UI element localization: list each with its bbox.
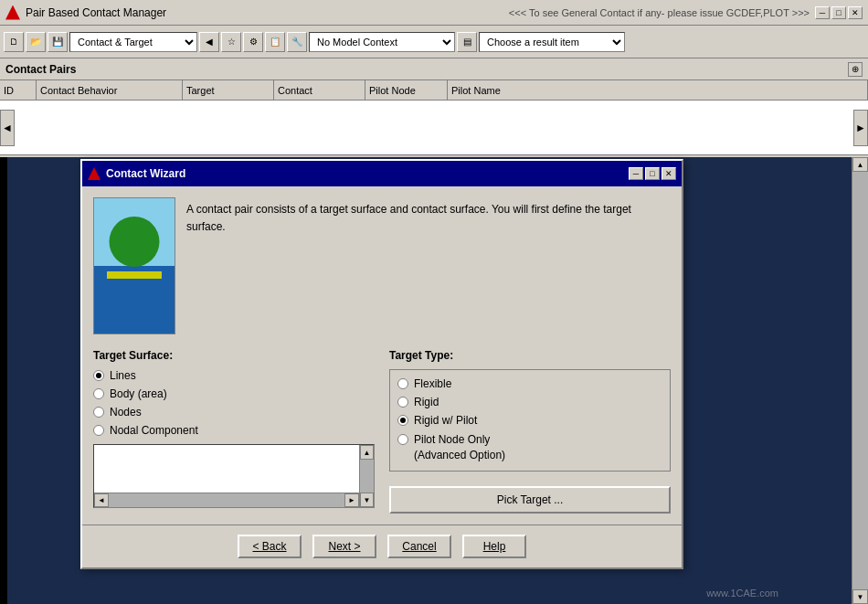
model-context-dropdown[interactable]: No Model Context [309, 32, 455, 52]
col-target: Target [183, 80, 274, 100]
bottom-watermark: www.1CAE.com [706, 588, 778, 599]
radio-flexible[interactable] [397, 378, 408, 389]
listbox-h-track [109, 493, 344, 507]
option-lines-label: Lines [110, 369, 136, 382]
radio-nodal-component[interactable] [93, 425, 104, 436]
target-type-group: Flexible Rigid Rigid w/ Pilot [389, 369, 671, 472]
dialog-top-section: A contact pair consists of a target surf… [93, 197, 671, 334]
maximize-button[interactable]: □ [831, 6, 846, 19]
contact-target-dropdown[interactable]: Contact & Target [69, 32, 197, 52]
target-surface-title: Target Surface: [93, 349, 375, 362]
option-nodal-component[interactable]: Nodal Component [93, 424, 375, 437]
toolbar-btn-4[interactable]: 📋 [265, 32, 285, 52]
scroll-left-arrow[interactable]: ◄ [0, 110, 15, 146]
listbox-scrollbar-h: ◄ ► [94, 493, 359, 507]
contact-pairs-title: Contact Pairs [5, 63, 76, 76]
col-id: ID [0, 80, 37, 100]
help-label: Help [483, 540, 506, 553]
dialog-buttons: < Back Next > Cancel Help [82, 525, 682, 567]
dialog-title-content: Contact Wizard [88, 167, 185, 180]
help-button[interactable]: Help [462, 535, 526, 558]
option-pilot-node-only[interactable]: Pilot Node Only(Advanced Option) [397, 432, 662, 463]
toolbar-btn-1[interactable]: ◀ [199, 32, 219, 52]
radio-nodes[interactable] [93, 407, 104, 418]
col-pilot-name: Pilot Name [448, 80, 868, 100]
col-behavior: Contact Behavior [37, 80, 183, 100]
scroll-right-arrow[interactable]: ► [853, 110, 868, 146]
target-surface-options: Lines Body (area) Nodes Nodal Compo [93, 369, 375, 437]
target-type-col: Target Type: Flexible Rigid [389, 349, 671, 514]
option-nodes-label: Nodes [110, 406, 142, 419]
dialog-window-controls: ─ □ ✕ [629, 167, 676, 180]
radio-lines[interactable] [93, 370, 104, 381]
dialog-image [93, 197, 175, 334]
listbox-track [360, 460, 374, 493]
radio-rigid-pilot[interactable] [397, 415, 408, 426]
option-pilot-node-only-label: Pilot Node Only(Advanced Option) [414, 432, 505, 463]
pick-target-button[interactable]: Pick Target ... [389, 486, 671, 514]
collapse-button[interactable]: ⊕ [848, 62, 863, 77]
app-icon [5, 5, 20, 20]
scroll-down-btn[interactable]: ▼ [852, 589, 868, 604]
toolbar-btn-2[interactable]: ☆ [221, 32, 241, 52]
option-rigid-pilot-label: Rigid w/ Pilot [414, 414, 477, 427]
option-nodes[interactable]: Nodes [93, 406, 375, 419]
title-bar: Pair Based Contact Manager <<< To see Ge… [0, 0, 868, 26]
toolbar-btn-5[interactable]: 🔧 [287, 32, 307, 52]
title-bar-text: Pair Based Contact Manager [26, 6, 503, 19]
dialog-icon [88, 167, 101, 180]
radio-body-area[interactable] [93, 388, 104, 399]
dialog-description: A contact pair consists of a target surf… [186, 197, 671, 334]
window-controls: ─ □ ✕ [815, 6, 863, 19]
save-btn[interactable]: 💾 [48, 32, 68, 52]
target-type-options: Flexible Rigid Rigid w/ Pilot [397, 377, 662, 463]
option-flexible[interactable]: Flexible [397, 377, 662, 390]
option-rigid-label: Rigid [414, 396, 439, 408]
open-btn[interactable]: 📂 [26, 32, 46, 52]
dialog-minimize-btn[interactable]: ─ [629, 167, 643, 180]
minimize-button[interactable]: ─ [815, 6, 830, 19]
back-label: < Back [252, 540, 286, 553]
option-body-area[interactable]: Body (area) [93, 387, 375, 400]
listbox-scroll-left[interactable]: ◄ [94, 493, 109, 507]
next-button[interactable]: Next > [312, 535, 376, 558]
col-contact: Contact [274, 80, 365, 100]
radio-pilot-node-only[interactable] [397, 434, 408, 445]
dialog-title-bar: Contact Wizard ─ □ ✕ [82, 161, 682, 186]
left-panel [0, 157, 7, 604]
dialog-close-btn[interactable]: ✕ [662, 167, 676, 180]
dialog-title: Contact Wizard [106, 167, 185, 180]
table-area: ◄ ► [0, 101, 868, 155]
table-header: ID Contact Behavior Target Contact Pilot… [0, 80, 868, 101]
target-type-title: Target Type: [389, 349, 671, 362]
option-flexible-label: Flexible [414, 377, 451, 390]
scroll-up-btn[interactable]: ▲ [852, 157, 868, 172]
context-icon[interactable]: ▤ [457, 32, 477, 52]
title-hint: <<< To see General Contact if any- pleas… [509, 7, 810, 18]
cancel-label: Cancel [402, 540, 436, 553]
option-body-area-label: Body (area) [110, 387, 167, 400]
close-button[interactable]: ✕ [848, 6, 863, 19]
listbox-scroll-right[interactable]: ► [344, 493, 359, 507]
target-surface-col: Target Surface: Lines Body (area) Nod [93, 349, 375, 514]
radio-rigid[interactable] [397, 397, 408, 408]
option-rigid[interactable]: Rigid [397, 396, 662, 408]
option-nodal-component-label: Nodal Component [110, 424, 198, 437]
contact-pairs-header: Contact Pairs ⊕ [0, 58, 868, 80]
cancel-button[interactable]: Cancel [387, 535, 451, 558]
next-label: Next > [328, 540, 360, 553]
result-item-dropdown[interactable]: Choose a result item [479, 32, 625, 52]
new-btn[interactable]: 🗋 [4, 32, 24, 52]
toolbar-group-1: 🗋 📂 💾 Contact & Target ◀ ☆ ⚙ 📋 🔧 No Mode… [4, 32, 625, 52]
back-button[interactable]: < Back [238, 535, 302, 558]
scrollbar-v: ▲ ▼ [852, 157, 868, 604]
dialog-maximize-btn[interactable]: □ [645, 167, 660, 180]
listbox-scroll-up[interactable]: ▲ [360, 445, 374, 460]
listbox-scroll-down[interactable]: ▼ [360, 493, 374, 507]
dialog-content: A contact pair consists of a target surf… [82, 186, 682, 525]
option-rigid-pilot[interactable]: Rigid w/ Pilot [397, 414, 662, 427]
option-lines[interactable]: Lines [93, 369, 375, 382]
col-pilot-node: Pilot Node [365, 80, 448, 100]
target-surface-listbox[interactable]: ▲ ▼ ◄ ► [93, 444, 375, 508]
toolbar-btn-3[interactable]: ⚙ [243, 32, 263, 52]
